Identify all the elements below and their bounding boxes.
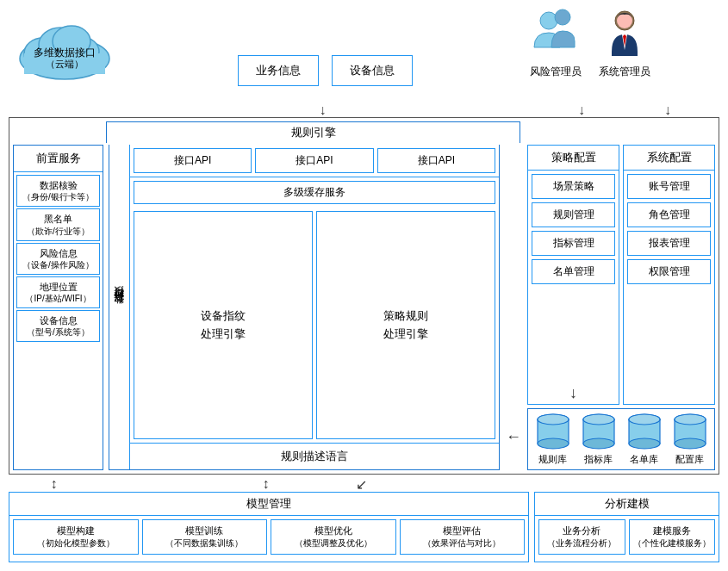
model-item-1: 模型训练 （不同数据集训练） <box>142 519 268 555</box>
analysis-items: 业务分析 （业务流程分析） 建模服务 （个性化建模服务） <box>535 516 719 558</box>
svg-point-21 <box>629 414 660 425</box>
info-area: 业务信息 设备信息 <box>129 9 521 103</box>
config-panels: 策略配置 场景策略 规则管理 指标管理 名单管理 ↓ <box>527 145 715 405</box>
service-item-4: 设备信息 （型号/系统等） <box>16 310 100 342</box>
api-box-1: 接口API <box>255 148 373 173</box>
analysis-title: 分析建模 <box>535 493 719 516</box>
db-item-0: 规则库 <box>535 413 571 466</box>
cloud-section: 多维数据接口 （云端） <box>9 9 121 82</box>
svg-point-20 <box>629 438 660 449</box>
db-cylinder-3 <box>672 413 708 451</box>
service-item-2: 风险信息 （设备/操作风险） <box>16 243 100 275</box>
db-label-1: 指标库 <box>584 453 613 466</box>
rule-engine-content: 接口API 接口API 接口API 多级缓存服务 <box>130 145 499 469</box>
service-item-0: 数据核验 （身份/银行卡等） <box>16 175 100 207</box>
model-item-0: 模型构建 （初始化模型参数） <box>13 519 139 555</box>
service-item-1: 黑名单 （欺诈/行业等） <box>16 208 100 240</box>
risk-admin: 风险管理员 <box>530 9 582 79</box>
db-label-0: 规则库 <box>538 453 567 466</box>
cloud-sublabel: （云端） <box>46 59 84 69</box>
rule-engine-area: 规则引擎 <box>106 121 520 143</box>
model-mgmt: 模型管理 模型构建 （初始化模型参数） 模型训练 （不同数据集训练） 模型优化 … <box>9 492 529 562</box>
db-cylinder-2 <box>626 413 663 451</box>
system-admin-icon <box>603 9 646 65</box>
api-box-0: 接口API <box>134 148 252 173</box>
strategy-config-items: 场景策略 规则管理 指标管理 名单管理 <box>528 171 619 382</box>
svg-point-25 <box>675 414 706 425</box>
service-item-3: 地理位置 （IP/基站/WIFI） <box>16 276 100 308</box>
right-section: 策略配置 场景策略 规则管理 指标管理 名单管理 ↓ <box>527 145 715 470</box>
system-config: 系统配置 账号管理 角色管理 报表管理 权限管理 <box>623 145 715 405</box>
cache-service-box: 多级缓存服务 <box>134 181 495 204</box>
strategy-item-0: 场景策略 <box>532 174 615 199</box>
analysis-item-1: 建模服务 （个性化建模服务） <box>629 519 716 555</box>
system-item-1: 角色管理 <box>627 202 711 227</box>
model-items: 模型构建 （初始化模型参数） 模型训练 （不同数据集训练） 模型优化 （模型调整… <box>9 516 528 558</box>
strategy-item-3: 名单管理 <box>532 259 615 284</box>
svg-point-17 <box>583 414 614 425</box>
top-arrows: ↓ ↓ ↓ <box>121 103 719 117</box>
db-item-1: 指标库 <box>581 413 617 466</box>
svg-point-16 <box>583 438 614 449</box>
strategy-item-2: 指标管理 <box>532 231 615 256</box>
admins-area: 风险管理员 <box>530 9 719 79</box>
device-info-box: 设备信息 <box>332 55 413 86</box>
db-cylinder-1 <box>581 413 617 451</box>
front-service-items: 数据核验 （身份/银行卡等） 黑名单 （欺诈/行业等） 风险信息 （设备/操作风… <box>14 172 103 469</box>
center-panel: 数据分析接口 接口API 接口API <box>109 145 500 470</box>
database-row: 规则库 指标库 <box>527 408 715 470</box>
analysis-item-0: 业务分析 （业务流程分析） <box>538 519 625 555</box>
strategy-engine-box: 策略规则处理引擎 <box>316 211 495 439</box>
svg-point-24 <box>675 438 706 449</box>
mid-bottom-arrows: ↕ ↕ ↙ <box>9 476 719 492</box>
front-service-panel: 前置服务 数据核验 （身份/银行卡等） 黑名单 （欺诈/行业等） 风险信息 <box>13 145 103 470</box>
data-interface-label: 数据分析接口 <box>109 145 130 469</box>
db-item-2: 名单库 <box>626 413 663 466</box>
db-cylinder-0 <box>535 413 571 451</box>
api-box-2: 接口API <box>377 148 495 173</box>
rule-engine-title: 规则引擎 <box>106 121 520 143</box>
bottom-section: 模型管理 模型构建 （初始化模型参数） 模型训练 （不同数据集训练） 模型优化 … <box>9 492 719 562</box>
system-item-3: 权限管理 <box>627 259 711 284</box>
cloud-label: 多维数据接口 <box>34 47 96 59</box>
system-item-2: 报表管理 <box>627 231 711 256</box>
rule-dsl-box: 规则描述语言 <box>130 443 499 469</box>
strategy-config-title: 策略配置 <box>528 146 619 171</box>
api-row: 接口API 接口API 接口API <box>130 145 499 177</box>
system-item-0: 账号管理 <box>627 174 711 199</box>
main-arch: 规则引擎 前置服务 数据核验 （身份/银行卡等） <box>9 117 719 475</box>
db-label-3: 配置库 <box>675 453 704 466</box>
strategy-config: 策略配置 场景策略 规则管理 指标管理 名单管理 ↓ <box>527 145 619 405</box>
business-info-box: 业务信息 <box>238 55 319 86</box>
model-item-3: 模型评估 （效果评估与对比） <box>400 519 526 555</box>
device-engine-box: 设备指纹处理引擎 <box>134 211 313 439</box>
analysis-modeling: 分析建模 业务分析 （业务流程分析） 建模服务 （个性化建模服务） <box>534 492 719 562</box>
model-mgmt-title: 模型管理 <box>9 493 528 516</box>
db-item-3: 配置库 <box>672 413 708 466</box>
svg-point-7 <box>555 9 570 25</box>
system-config-title: 系统配置 <box>624 146 714 171</box>
front-service-title: 前置服务 <box>14 146 103 172</box>
engines-row: 设备指纹处理引擎 策略规则处理引擎 <box>130 208 499 443</box>
core-middle: 前置服务 数据核验 （身份/银行卡等） 黑名单 （欺诈/行业等） 风险信息 <box>13 145 715 470</box>
svg-point-12 <box>538 438 569 449</box>
cloud-icon: 多维数据接口 （云端） <box>13 9 116 82</box>
risk-admin-label: 风险管理员 <box>530 65 582 79</box>
model-item-2: 模型优化 （模型调整及优化） <box>271 519 396 555</box>
risk-admin-icon <box>530 9 582 65</box>
db-label-2: 名单库 <box>630 453 658 466</box>
svg-point-13 <box>538 414 569 425</box>
strategy-item-1: 规则管理 <box>532 202 615 227</box>
center-right-arrow: ← <box>505 145 522 470</box>
system-admin-label: 系统管理员 <box>599 65 650 79</box>
system-config-items: 账号管理 角色管理 报表管理 权限管理 <box>624 171 714 382</box>
strategy-down-arrow: ↓ <box>528 382 619 404</box>
system-admin: 系统管理员 <box>599 9 650 79</box>
